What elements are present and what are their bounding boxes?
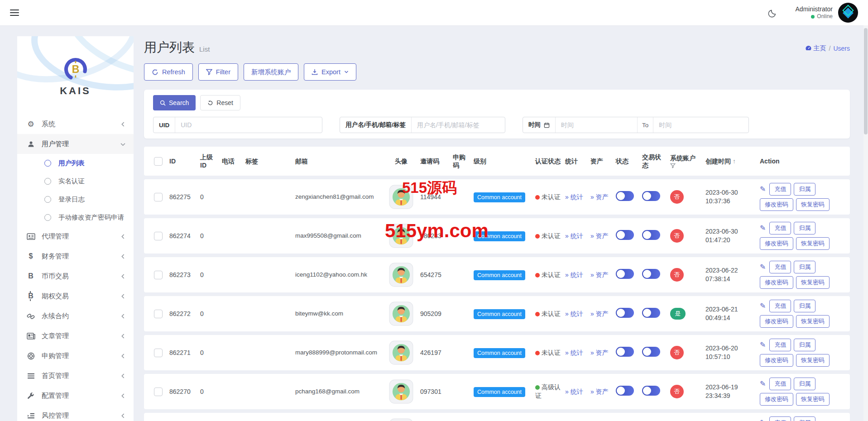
- time-to-input[interactable]: [653, 117, 748, 133]
- change-password-button[interactable]: 修改密码: [760, 276, 793, 289]
- change-password-button[interactable]: 修改密码: [760, 354, 793, 367]
- edit-icon[interactable]: ✎: [760, 184, 766, 194]
- status-toggle[interactable]: [616, 269, 634, 279]
- trade-status-toggle[interactable]: [642, 230, 660, 240]
- trade-status-toggle[interactable]: [642, 191, 660, 201]
- belong-button[interactable]: 归属: [794, 339, 815, 351]
- recharge-button[interactable]: 充值: [769, 222, 791, 234]
- recharge-button[interactable]: 充值: [769, 261, 791, 273]
- row-checkbox[interactable]: [154, 310, 163, 318]
- sidebar-item[interactable]: 首页管理: [17, 366, 134, 386]
- scrollbar-thumb[interactable]: [864, 28, 868, 134]
- keyword-input[interactable]: [412, 117, 505, 133]
- sidebar-item[interactable]: $财务管理: [17, 246, 134, 266]
- belong-button[interactable]: 归属: [794, 222, 815, 234]
- restore-password-button[interactable]: 恢复密码: [796, 198, 830, 211]
- belong-button[interactable]: 归属: [794, 183, 815, 196]
- row-checkbox[interactable]: [154, 271, 163, 279]
- edit-icon[interactable]: ✎: [760, 301, 766, 311]
- belong-button[interactable]: 归属: [794, 416, 815, 421]
- row-checkbox[interactable]: [154, 349, 163, 357]
- edit-icon[interactable]: ✎: [760, 223, 766, 233]
- select-all-checkbox[interactable]: [154, 157, 163, 166]
- change-password-button[interactable]: 修改密码: [760, 237, 793, 250]
- restore-password-button[interactable]: 恢复密码: [796, 276, 830, 289]
- column-header-created[interactable]: 创建时间↑: [705, 157, 760, 165]
- restore-password-button[interactable]: 恢复密码: [796, 393, 830, 406]
- sidebar-item[interactable]: B币币交易: [17, 266, 134, 286]
- assets-link[interactable]: » 资产: [590, 349, 609, 356]
- recharge-button[interactable]: 充值: [769, 339, 791, 351]
- search-button[interactable]: Search: [153, 95, 196, 110]
- status-toggle[interactable]: [616, 308, 634, 318]
- status-toggle[interactable]: [616, 386, 634, 396]
- refresh-button[interactable]: Refresh: [144, 63, 193, 81]
- status-toggle[interactable]: [616, 347, 634, 357]
- add-system-account-button[interactable]: 新增系统账户: [244, 63, 298, 81]
- assets-link[interactable]: » 资产: [590, 271, 609, 278]
- uid-input[interactable]: [175, 117, 322, 133]
- edit-icon[interactable]: ✎: [760, 262, 766, 272]
- trade-status-toggle[interactable]: [642, 308, 660, 318]
- status-toggle[interactable]: [616, 230, 634, 240]
- sidebar-item[interactable]: B期权交易: [17, 286, 134, 306]
- restore-password-button[interactable]: 恢复密码: [796, 237, 830, 250]
- belong-button[interactable]: 归属: [794, 378, 815, 390]
- stats-link[interactable]: » 统计: [565, 388, 583, 395]
- sidebar-item[interactable]: 用户管理: [17, 134, 134, 154]
- sidebar-item[interactable]: 代理管理: [17, 226, 134, 246]
- sidebar-subitem[interactable]: 手动修改资产密码申请: [17, 208, 134, 226]
- sidebar-item[interactable]: 文章管理: [17, 326, 134, 346]
- trade-status-toggle[interactable]: [642, 347, 660, 357]
- stats-link[interactable]: » 统计: [565, 193, 583, 201]
- edit-icon[interactable]: ✎: [760, 379, 766, 389]
- stats-link[interactable]: » 统计: [565, 271, 583, 278]
- reset-button[interactable]: Reset: [200, 95, 240, 110]
- assets-link[interactable]: » 资产: [590, 232, 609, 239]
- stats-link[interactable]: » 统计: [565, 310, 583, 317]
- column-filter-icon[interactable]: [670, 163, 676, 168]
- assets-link[interactable]: » 资产: [590, 193, 609, 201]
- sidebar-item[interactable]: ⚙系统: [17, 114, 134, 134]
- assets-link[interactable]: » 资产: [590, 310, 609, 317]
- assets-link[interactable]: » 资产: [590, 388, 609, 395]
- sidebar-item[interactable]: 风控管理: [17, 406, 134, 421]
- recharge-button[interactable]: 充值: [769, 300, 791, 312]
- trade-status-toggle[interactable]: [642, 269, 660, 279]
- status-toggle[interactable]: [616, 191, 634, 201]
- trade-status-toggle[interactable]: [642, 386, 660, 396]
- sidebar-item[interactable]: 永续合约: [17, 306, 134, 326]
- edit-icon[interactable]: ✎: [760, 340, 766, 350]
- row-checkbox[interactable]: [154, 232, 163, 240]
- restore-password-button[interactable]: 恢复密码: [796, 315, 830, 328]
- recharge-button[interactable]: 充值: [769, 183, 791, 196]
- recharge-button[interactable]: 充值: [769, 416, 791, 421]
- breadcrumb-current[interactable]: Users: [833, 45, 850, 52]
- edit-icon[interactable]: ✎: [760, 418, 766, 421]
- stats-link[interactable]: » 统计: [565, 232, 583, 239]
- sidebar-subitem[interactable]: 用户列表: [17, 154, 134, 172]
- time-from-input[interactable]: [556, 117, 637, 133]
- sidebar-item[interactable]: 配置管理: [17, 386, 134, 406]
- change-password-button[interactable]: 修改密码: [760, 198, 793, 211]
- filter-button[interactable]: Filter: [198, 63, 238, 81]
- sort-asc-icon[interactable]: ↑: [733, 158, 736, 165]
- hamburger-menu-icon[interactable]: [10, 8, 19, 18]
- dark-mode-toggle[interactable]: [768, 8, 777, 18]
- stats-link[interactable]: » 统计: [565, 349, 583, 356]
- vertical-scrollbar[interactable]: [863, 25, 868, 421]
- belong-button[interactable]: 归属: [794, 261, 815, 273]
- recharge-button[interactable]: 充值: [769, 378, 791, 390]
- row-checkbox[interactable]: [154, 388, 163, 396]
- avatar[interactable]: [838, 3, 858, 23]
- sidebar-subitem[interactable]: 登录日志: [17, 190, 134, 208]
- sidebar-item[interactable]: 申购管理: [17, 346, 134, 366]
- restore-password-button[interactable]: 恢复密码: [796, 354, 830, 367]
- export-button[interactable]: Export: [304, 63, 356, 81]
- sidebar-subitem[interactable]: 实名认证: [17, 172, 134, 190]
- breadcrumb-home[interactable]: 主页: [805, 44, 826, 53]
- row-checkbox[interactable]: [154, 193, 163, 201]
- change-password-button[interactable]: 修改密码: [760, 393, 793, 406]
- change-password-button[interactable]: 修改密码: [760, 315, 793, 328]
- belong-button[interactable]: 归属: [794, 300, 815, 312]
